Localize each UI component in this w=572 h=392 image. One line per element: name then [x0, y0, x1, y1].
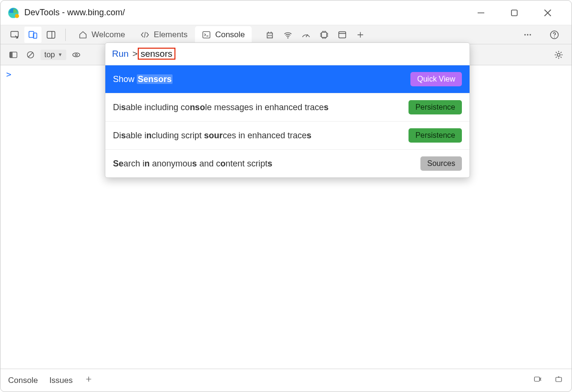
command-item[interactable]: Search in anonymous and content scriptsS…	[105, 150, 470, 177]
chevron-down-icon: ▼	[58, 52, 62, 57]
svg-point-1	[15, 14, 19, 18]
tab-console-label: Console	[215, 30, 245, 40]
command-item-badge: Persistence	[409, 100, 462, 114]
titlebar: DevTools - www.bing.com/	[0, 0, 572, 25]
svg-point-19	[524, 34, 526, 35]
settings-icon[interactable]	[552, 48, 566, 62]
tabbar: Welcome Elements Console	[0, 25, 572, 44]
command-item-label: Disable including console messages in en…	[113, 103, 403, 113]
tab-console[interactable]: Console	[195, 26, 251, 43]
svg-rect-14	[321, 32, 327, 37]
context-selector[interactable]: top ▼	[41, 50, 66, 60]
command-item-label: Show Sensors	[113, 74, 405, 84]
add-tab-icon[interactable]	[352, 27, 369, 43]
window-controls	[476, 8, 572, 18]
divider	[65, 29, 66, 41]
command-query: sensors	[138, 48, 175, 60]
svg-rect-33	[556, 377, 562, 382]
svg-point-23	[554, 36, 555, 37]
window-title: DevTools - www.bing.com/	[24, 8, 125, 18]
drawer-add-icon[interactable]	[84, 375, 93, 386]
toggle-sidebar-icon[interactable]	[6, 48, 20, 62]
command-input[interactable]: Run >sensors	[105, 43, 470, 65]
close-button[interactable]	[543, 8, 552, 18]
svg-rect-32	[534, 377, 540, 382]
tab-elements-label: Elements	[154, 30, 188, 40]
tab-welcome[interactable]: Welcome	[72, 26, 132, 43]
devtools-window: DevTools - www.bing.com/ Welcome	[0, 0, 572, 392]
command-list: Show SensorsQuick ViewDisable including …	[105, 65, 470, 177]
command-item[interactable]: Disable including script sources in enha…	[105, 122, 470, 150]
live-expression-icon[interactable]	[69, 48, 83, 62]
drawer: Console Issues	[0, 369, 572, 392]
svg-rect-15	[338, 31, 346, 38]
sources-icon[interactable]	[261, 27, 278, 43]
svg-point-28	[75, 53, 77, 55]
command-item-label: Search in anonymous and content scripts	[113, 159, 415, 169]
memory-icon[interactable]	[316, 27, 333, 43]
command-item-badge: Sources	[420, 156, 462, 171]
command-menu: Run >sensors Show SensorsQuick ViewDisab…	[105, 42, 470, 178]
command-item[interactable]: Disable including console messages in en…	[105, 93, 470, 122]
command-item-label: Disable including script sources in enha…	[113, 131, 403, 141]
context-label: top	[44, 51, 55, 59]
command-item-badge: Persistence	[409, 128, 462, 143]
svg-rect-6	[11, 31, 19, 37]
svg-rect-9	[47, 31, 55, 38]
command-gt: >	[133, 49, 138, 59]
application-icon[interactable]	[334, 27, 351, 43]
drawer-expand-icon[interactable]	[553, 375, 564, 386]
inspect-icon[interactable]	[6, 27, 23, 43]
prompt-caret-icon: >	[6, 69, 11, 79]
svg-point-29	[557, 53, 560, 56]
svg-line-27	[28, 52, 33, 57]
svg-rect-3	[511, 10, 517, 16]
svg-point-12	[287, 37, 288, 38]
minimize-button[interactable]	[476, 8, 486, 18]
performance-icon[interactable]	[297, 27, 315, 43]
dock-icon[interactable]	[42, 27, 60, 43]
maximize-button[interactable]	[510, 8, 519, 18]
drawer-tab-issues[interactable]: Issues	[49, 376, 72, 385]
more-icon[interactable]	[519, 27, 536, 43]
svg-point-20	[527, 34, 529, 35]
help-icon[interactable]	[546, 27, 563, 43]
drawer-tab-console[interactable]: Console	[8, 376, 38, 385]
command-prefix: Run	[112, 49, 129, 59]
drawer-computed-icon[interactable]	[532, 375, 543, 386]
network-icon[interactable]	[279, 27, 296, 43]
svg-rect-11	[203, 31, 210, 38]
tab-elements[interactable]: Elements	[133, 26, 194, 43]
clear-console-icon[interactable]	[23, 48, 38, 62]
device-toggle-icon[interactable]	[24, 27, 41, 43]
svg-rect-25	[10, 52, 13, 58]
svg-point-21	[530, 34, 531, 35]
command-item-badge: Quick View	[410, 72, 462, 86]
command-item[interactable]: Show SensorsQuick View	[105, 65, 470, 93]
edge-icon	[7, 7, 20, 19]
tab-welcome-label: Welcome	[92, 30, 125, 40]
